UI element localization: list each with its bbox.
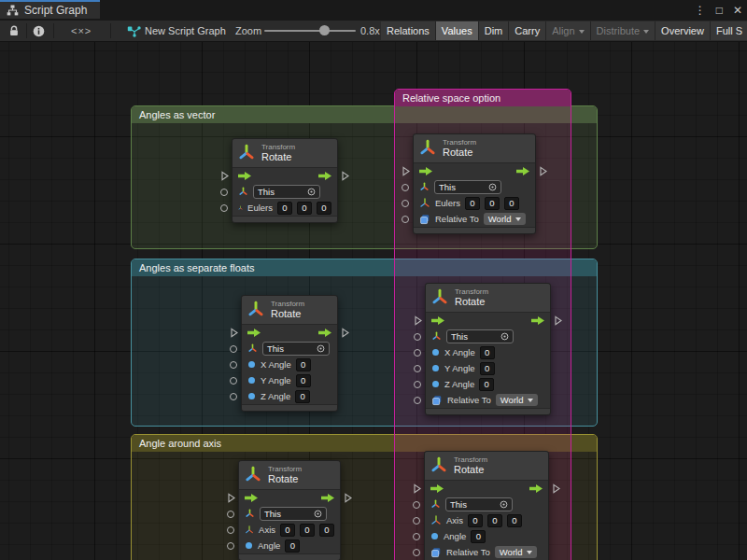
node-header[interactable]: Transform Rotate	[426, 284, 550, 313]
value-port[interactable]	[402, 184, 409, 191]
transform-mini-icon	[419, 182, 430, 192]
toolbar-button-overview[interactable]: Overview	[655, 21, 711, 40]
value-input[interactable]: 0	[297, 202, 312, 215]
tab-script-graph[interactable]: Script Graph	[0, 0, 100, 19]
value-port[interactable]	[413, 517, 420, 525]
zoom-slider-handle[interactable]	[319, 25, 330, 35]
flow-port[interactable]	[342, 171, 349, 181]
zoom-slider-track[interactable]	[264, 30, 356, 32]
value-input[interactable]: 0	[296, 374, 311, 387]
code-view-toggle[interactable]: <×>	[71, 21, 92, 41]
value-port[interactable]	[227, 542, 234, 550]
value-port[interactable]	[227, 526, 234, 534]
node-transform-rotate[interactable]: Transform Rotate	[238, 460, 341, 560]
window-maximize-icon[interactable]: □	[716, 0, 723, 21]
flow-port[interactable]	[228, 493, 235, 503]
node-header[interactable]: Transform Rotate	[233, 139, 337, 168]
lock-icon[interactable]	[6, 21, 22, 41]
relative-to-dropdown[interactable]: World	[496, 394, 539, 406]
value-port[interactable]	[230, 345, 237, 353]
flow-port[interactable]	[540, 166, 547, 176]
node-transform-rotate[interactable]: Transform Rotate	[425, 283, 551, 415]
flow-port[interactable]	[553, 483, 560, 494]
value-input[interactable]: 0	[296, 358, 311, 371]
node-header[interactable]: Transform Rotate	[242, 296, 337, 325]
value-input[interactable]: 0	[485, 197, 500, 210]
group-header[interactable]: Relative space option	[395, 90, 571, 106]
flow-row	[425, 481, 548, 497]
value-port[interactable]	[230, 377, 237, 385]
value-input[interactable]: 0	[317, 202, 331, 215]
info-icon[interactable]	[30, 21, 47, 41]
value-input[interactable]: 0	[285, 539, 300, 553]
graph-canvas[interactable]: Angles as vector Angles as separate floa…	[0, 42, 747, 560]
value-input[interactable]: 0	[507, 514, 522, 527]
value-port[interactable]	[220, 189, 228, 196]
value-input[interactable]: 0	[479, 378, 494, 391]
value-port[interactable]	[414, 333, 421, 341]
relative-to-dropdown[interactable]: World	[495, 546, 538, 558]
window-close-icon[interactable]: ✕	[733, 0, 742, 21]
value-port[interactable]	[414, 349, 421, 357]
flow-port[interactable]	[414, 483, 421, 494]
value-port[interactable]	[230, 361, 237, 369]
window-menu-icon[interactable]: ⋮	[695, 0, 706, 21]
toolbar-button-full-s[interactable]: Full S	[711, 21, 747, 40]
toolbar-button-align[interactable]: Align	[546, 21, 590, 40]
node-header[interactable]: Transform Rotate	[239, 461, 340, 490]
value-port[interactable]	[220, 204, 228, 212]
value-input[interactable]: 0	[480, 362, 495, 375]
value-input[interactable]: 0	[465, 197, 480, 210]
value-port[interactable]	[414, 381, 421, 388]
value-input[interactable]: 0	[487, 514, 502, 527]
node-transform-rotate[interactable]: Transform Rotate	[413, 133, 536, 234]
dropdown-value: World	[488, 214, 512, 224]
this-row: This	[426, 329, 550, 344]
flow-port[interactable]	[402, 166, 410, 176]
node-transform-rotate[interactable]: Transform Rotate	[424, 451, 549, 560]
toolbar-button-carry[interactable]: Carry	[509, 21, 546, 40]
flow-port[interactable]	[231, 328, 238, 338]
this-field[interactable]: This	[445, 497, 513, 511]
node-transform-rotate[interactable]: Transform Rotate	[232, 138, 338, 223]
relative-to-dropdown[interactable]: World	[484, 213, 527, 225]
target-icon	[314, 510, 322, 518]
value-port[interactable]	[414, 397, 421, 404]
flow-port[interactable]	[342, 328, 349, 338]
value-input[interactable]: 0	[280, 524, 295, 537]
value-input[interactable]: 0	[468, 514, 483, 527]
value-port[interactable]	[402, 200, 409, 207]
value-port[interactable]	[414, 365, 421, 372]
flow-port[interactable]	[415, 315, 422, 326]
toolbar-button-distribute[interactable]: Distribute	[591, 21, 655, 40]
this-field[interactable]: This	[434, 180, 501, 194]
node-header[interactable]: Transform Rotate	[414, 134, 535, 163]
toolbar-button-relations[interactable]: Relations	[381, 21, 436, 40]
value-input[interactable]: 0	[300, 524, 315, 537]
value-input[interactable]: 0	[504, 197, 519, 210]
this-field[interactable]: This	[446, 329, 514, 343]
toolbar-button-dim[interactable]: Dim	[479, 21, 510, 40]
value-port[interactable]	[227, 511, 234, 518]
value-input[interactable]: 0	[295, 390, 310, 403]
toolbar-button-values[interactable]: Values	[436, 21, 479, 40]
value-input[interactable]: 0	[471, 530, 486, 543]
node-header[interactable]: Transform Rotate	[425, 452, 548, 481]
port-label: Axis	[446, 515, 463, 525]
value-port[interactable]	[413, 533, 420, 540]
graph-title[interactable]: New Script Graph	[145, 21, 226, 41]
node-transform-rotate[interactable]: Transform Rotate	[241, 295, 338, 412]
this-field[interactable]: This	[260, 507, 327, 521]
value-port[interactable]	[413, 501, 420, 509]
this-field[interactable]: This	[262, 342, 330, 356]
flow-port[interactable]	[221, 171, 229, 181]
value-port[interactable]	[402, 216, 409, 223]
value-input[interactable]: 0	[277, 202, 292, 215]
value-port[interactable]	[413, 549, 420, 556]
value-port[interactable]	[230, 393, 237, 400]
flow-port[interactable]	[345, 493, 352, 503]
this-field[interactable]: This	[253, 185, 320, 199]
flow-port[interactable]	[555, 315, 562, 326]
value-input[interactable]: 0	[319, 524, 334, 537]
value-input[interactable]: 0	[480, 346, 495, 359]
